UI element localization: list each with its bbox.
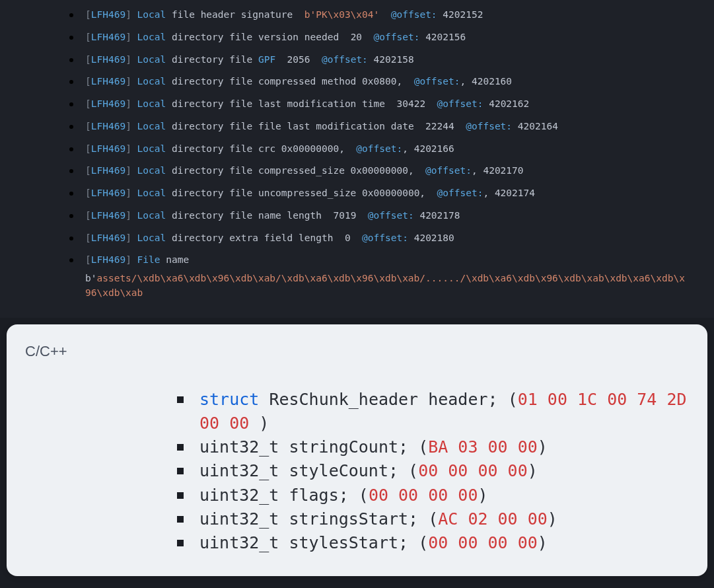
- log-text: [LFH469] Local directory file uncompress…: [85, 186, 701, 201]
- bullet-icon: [69, 147, 73, 151]
- square-bullet-icon: [177, 396, 184, 403]
- struct-field: uint32_t stringsStart; (AC 02 00 00): [177, 507, 689, 531]
- struct-field: uint32_t flags; (00 00 00 00): [177, 484, 689, 507]
- struct-text: uint32_t styleCount; (00 00 00 00): [199, 459, 689, 483]
- language-label: C/C++: [25, 343, 689, 360]
- struct-text: uint32_t flags; (00 00 00 00): [199, 484, 689, 507]
- log-entry: [LFH469] Local directory file version ne…: [13, 26, 701, 49]
- log-entry: [LFH469] Local directory file compressed…: [13, 160, 701, 182]
- code-card: C/C++ struct ResChunk_header header; (01…: [7, 324, 707, 577]
- square-bullet-icon: [177, 444, 184, 451]
- log-entry: [LFH469] File name b'assets/\xdb\xa6\xdb…: [13, 249, 701, 304]
- log-entry: [LFH469] Local directory file file last …: [13, 116, 701, 138]
- log-list: [LFH469] Local file header signature b'P…: [13, 4, 701, 305]
- log-entry: [LFH469] Local directory file GPF 2056 @…: [13, 49, 701, 71]
- log-entry: [LFH469] Local directory file name lengt…: [13, 205, 701, 227]
- log-text: [LFH469] Local file header signature b'P…: [85, 8, 701, 22]
- log-text: [LFH469] Local directory file compressed…: [85, 75, 701, 89]
- log-text: [LFH469] Local directory file GPF 2056 @…: [85, 53, 701, 67]
- struct-field: uint32_t styleCount; (00 00 00 00): [177, 459, 689, 483]
- struct-list: struct ResChunk_header header; (01 00 1C…: [177, 388, 689, 556]
- bullet-icon: [69, 13, 73, 17]
- log-entry: [LFH469] Local file header signature b'P…: [13, 4, 701, 26]
- log-entry: [LFH469] Local directory file uncompress…: [13, 182, 701, 205]
- log-entry: [LFH469] Local directory extra field len…: [13, 227, 701, 250]
- log-text: [LFH469] Local directory file version ne…: [85, 30, 701, 45]
- log-text: [LFH469] Local directory file name lengt…: [85, 209, 701, 223]
- bullet-icon: [69, 169, 73, 173]
- log-text: [LFH469] Local directory file crc 0x0000…: [85, 142, 701, 157]
- struct-field: uint32_t stringCount; (BA 03 00 00): [177, 435, 689, 459]
- bullet-icon: [69, 58, 73, 62]
- bullet-icon: [69, 36, 73, 40]
- struct-text: uint32_t stylesStart; (00 00 00 00): [199, 531, 689, 555]
- bullet-icon: [69, 102, 73, 106]
- struct-field: struct ResChunk_header header; (01 00 1C…: [177, 388, 689, 436]
- log-panel: [LFH469] Local file header signature b'P…: [0, 0, 714, 318]
- square-bullet-icon: [177, 516, 184, 523]
- bullet-icon: [69, 80, 73, 84]
- bullet-icon: [69, 258, 73, 262]
- log-text: [LFH469] Local directory file file last …: [85, 120, 701, 134]
- log-text: [LFH469] Local directory file compressed…: [85, 164, 701, 178]
- log-text: [LFH469] Local directory extra field len…: [85, 231, 701, 246]
- struct-text: uint32_t stringCount; (BA 03 00 00): [199, 435, 689, 459]
- log-text: [LFH469] Local directory file last modif…: [85, 97, 701, 112]
- square-bullet-icon: [177, 468, 184, 474]
- square-bullet-icon: [177, 540, 184, 546]
- bullet-icon: [69, 214, 73, 218]
- bullet-icon: [69, 192, 73, 196]
- log-entry: [LFH469] Local directory file compressed…: [13, 71, 701, 93]
- square-bullet-icon: [177, 492, 184, 499]
- bullet-icon: [69, 125, 73, 129]
- log-text: [LFH469] File name b'assets/\xdb\xa6\xdb…: [85, 253, 701, 300]
- log-entry: [LFH469] Local directory file crc 0x0000…: [13, 138, 701, 161]
- log-entry: [LFH469] Local directory file last modif…: [13, 93, 701, 116]
- filename-bytes: b'assets/\xdb\xa6\xdb\x96\xdb\xab/\xdb\x…: [85, 272, 688, 301]
- struct-field: uint32_t stylesStart; (00 00 00 00): [177, 531, 689, 555]
- bullet-icon: [69, 237, 73, 240]
- struct-text: struct ResChunk_header header; (01 00 1C…: [199, 388, 689, 436]
- struct-text: uint32_t stringsStart; (AC 02 00 00): [199, 507, 689, 531]
